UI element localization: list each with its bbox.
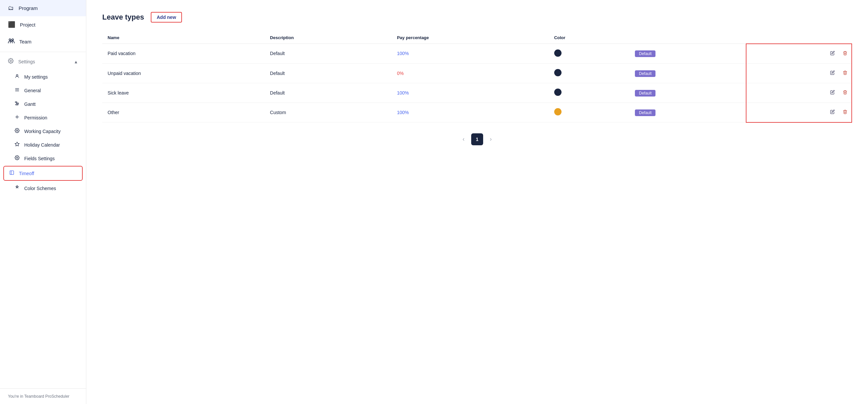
holiday-calendar-icon xyxy=(14,142,20,148)
sidebar-footer: You're in Teamboard ProScheduler xyxy=(0,389,86,404)
sidebar-label-team: Team xyxy=(19,39,32,44)
general-icon xyxy=(14,87,20,94)
svg-point-14 xyxy=(17,157,18,159)
sidebar-item-team[interactable]: Team xyxy=(0,33,86,50)
svg-rect-15 xyxy=(10,171,13,174)
working-capacity-label: Working Capacity xyxy=(24,129,60,134)
col-color: Color xyxy=(549,32,630,44)
svg-rect-10 xyxy=(16,104,18,105)
permission-icon xyxy=(14,114,20,121)
edit-button-1[interactable] xyxy=(829,69,836,78)
sidebar-item-working-capacity[interactable]: Working Capacity xyxy=(0,124,86,138)
my-settings-icon xyxy=(14,74,20,80)
gantt-label: Gantt xyxy=(24,101,35,107)
svg-point-12 xyxy=(17,130,18,131)
cell-actions xyxy=(746,102,852,123)
sidebar: 🗂 Program ⬛ Project Team Settings ▲ My s… xyxy=(0,0,86,404)
cell-description: Custom xyxy=(265,102,392,123)
sidebar-item-program[interactable]: 🗂 Program xyxy=(0,0,86,16)
team-icon xyxy=(8,37,14,46)
cell-name: Paid vacation xyxy=(102,44,265,64)
permission-label: Permission xyxy=(24,115,47,121)
table-row: Unpaid vacationDefault0%Default xyxy=(102,63,852,83)
next-page-button[interactable]: › xyxy=(487,134,495,145)
cell-badge: Default xyxy=(629,44,746,64)
cell-actions xyxy=(746,44,852,64)
holiday-calendar-label: Holiday Calendar xyxy=(24,142,60,147)
table-row: Sick leaveDefault100%Default xyxy=(102,83,852,102)
sidebar-item-project[interactable]: ⬛ Project xyxy=(0,16,86,33)
timeoff-icon xyxy=(9,170,14,176)
cell-color xyxy=(549,63,630,83)
prev-page-button[interactable]: ‹ xyxy=(459,134,468,145)
working-capacity-icon xyxy=(14,128,20,134)
color-schemes-label: Color Schemes xyxy=(24,186,56,191)
sidebar-item-general[interactable]: General xyxy=(0,83,86,97)
current-page: 1 xyxy=(471,133,483,145)
fields-settings-label: Fields Settings xyxy=(24,156,55,161)
cell-description: Default xyxy=(265,83,392,102)
delete-button-3[interactable] xyxy=(841,108,849,117)
delete-button-2[interactable] xyxy=(841,89,849,97)
program-icon: 🗂 xyxy=(8,5,14,11)
color-schemes-icon xyxy=(14,185,20,191)
cell-actions xyxy=(746,63,852,83)
add-new-button[interactable]: Add new xyxy=(151,12,182,23)
divider xyxy=(0,52,86,52)
cell-badge: Default xyxy=(629,102,746,123)
footer-text: You're in Teamboard ProScheduler xyxy=(8,394,69,399)
sidebar-item-color-schemes[interactable]: Color Schemes xyxy=(0,181,86,195)
cell-actions xyxy=(746,83,852,102)
sidebar-item-fields-settings[interactable]: Fields Settings xyxy=(0,152,86,165)
svg-point-3 xyxy=(10,60,11,61)
sidebar-label-program: Program xyxy=(19,5,38,11)
fields-settings-icon xyxy=(14,155,20,162)
edit-button-0[interactable] xyxy=(829,49,836,58)
cell-color xyxy=(549,102,630,123)
sidebar-item-holiday-calendar[interactable]: Holiday Calendar xyxy=(0,138,86,152)
cell-badge: Default xyxy=(629,83,746,102)
svg-point-11 xyxy=(16,116,18,118)
cell-color xyxy=(549,83,630,102)
page-title: Leave types xyxy=(102,13,144,22)
my-settings-label: My settings xyxy=(24,74,48,79)
delete-button-0[interactable] xyxy=(841,49,849,58)
delete-button-1[interactable] xyxy=(841,69,849,78)
table-container: Name Description Pay percentage Color Pa… xyxy=(102,32,852,123)
svg-point-4 xyxy=(16,75,18,76)
table-header: Name Description Pay percentage Color xyxy=(102,32,852,44)
col-name: Name xyxy=(102,32,265,44)
sidebar-item-my-settings[interactable]: My settings xyxy=(0,70,86,83)
col-badge xyxy=(629,32,746,44)
edit-button-3[interactable] xyxy=(829,108,836,117)
cell-name: Unpaid vacation xyxy=(102,63,265,83)
page-header: Leave types Add new xyxy=(102,12,852,23)
cell-description: Default xyxy=(265,44,392,64)
svg-rect-8 xyxy=(15,102,17,103)
settings-icon xyxy=(8,58,13,65)
svg-marker-13 xyxy=(15,142,19,146)
table-body: Paid vacationDefault100%Default Unpaid v… xyxy=(102,44,852,123)
gantt-icon xyxy=(14,101,20,107)
pagination: ‹ 1 › xyxy=(102,133,852,145)
edit-button-2[interactable] xyxy=(829,89,836,97)
table-wrapper: Name Description Pay percentage Color Pa… xyxy=(102,32,852,123)
cell-name: Other xyxy=(102,102,265,123)
cell-pay-percentage: 100% xyxy=(392,102,549,123)
cell-pay-percentage: 100% xyxy=(392,83,549,102)
table-row: Paid vacationDefault100%Default xyxy=(102,44,852,64)
sidebar-item-permission[interactable]: Permission xyxy=(0,111,86,124)
chevron-up-icon: ▲ xyxy=(74,59,78,64)
cell-color xyxy=(549,44,630,64)
timeoff-label: Timeoff xyxy=(19,171,34,176)
general-label: General xyxy=(24,88,41,93)
sidebar-item-timeoff[interactable]: Timeoff xyxy=(3,166,83,181)
col-pay-percentage: Pay percentage xyxy=(392,32,549,44)
settings-section-header[interactable]: Settings ▲ xyxy=(0,54,86,70)
cell-pay-percentage: 0% xyxy=(392,63,549,83)
sidebar-label-project: Project xyxy=(20,22,35,28)
sidebar-item-gantt[interactable]: Gantt xyxy=(0,97,86,111)
project-icon: ⬛ xyxy=(8,21,15,28)
col-description: Description xyxy=(265,32,392,44)
cell-name: Sick leave xyxy=(102,83,265,102)
